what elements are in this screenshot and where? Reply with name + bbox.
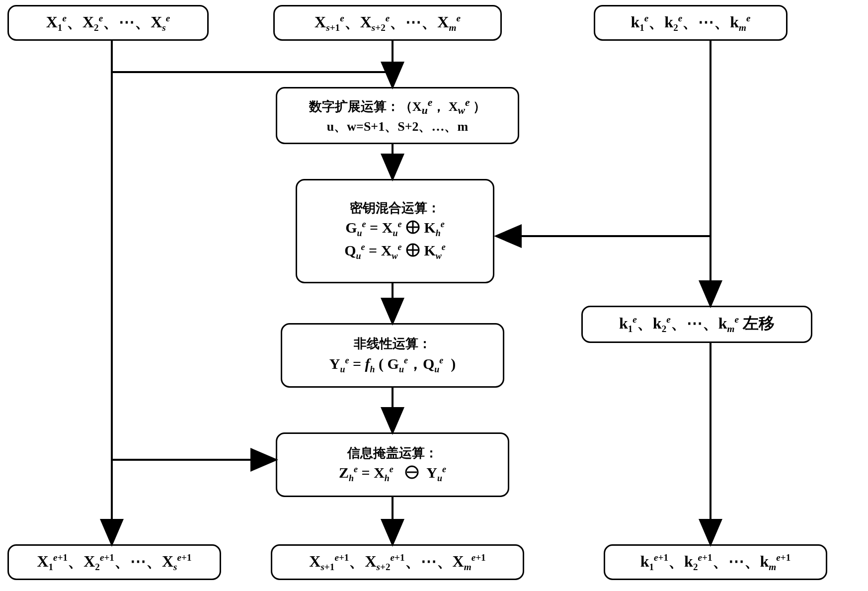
input-mid-text: Xs+1e、Xs+2e、⋯、Xme xyxy=(315,11,461,35)
input-left: X1e、X2e、⋯、Xse xyxy=(7,5,209,41)
xor-icon xyxy=(405,219,420,240)
keymix-line1: Gue = Xue Khe xyxy=(345,217,445,240)
input-right-text: k1e、k2e、⋯、kme xyxy=(631,11,750,35)
mask-title: 信息掩盖运算： xyxy=(347,444,438,462)
output-right: k1e+1、k2e+1、⋯、kme+1 xyxy=(604,544,827,580)
nonlinear-box: 非线性运算： Yue = fh ( Gue，Que ) xyxy=(281,323,504,388)
expand-sub: u、w=S+1、S+2、…、m xyxy=(327,118,468,136)
output-mid: Xs+1e+1、Xs+2e+1、⋯、Xme+1 xyxy=(271,544,524,580)
input-right: k1e、k2e、⋯、kme xyxy=(594,5,788,41)
output-left: X1e+1、X2e+1、⋯、Xse+1 xyxy=(7,544,221,580)
expand-box: 数字扩展运算：（Xue， Xwe ） u、w=S+1、S+2、…、m xyxy=(276,87,519,144)
output-left-text: X1e+1、X2e+1、⋯、Xse+1 xyxy=(37,550,191,574)
keymix-box: 密钥混合运算： Gue = Xue Khe Que = Xwe Kwe xyxy=(296,179,494,283)
input-mid: Xs+1e、Xs+2e、⋯、Xme xyxy=(273,5,502,41)
xor-icon xyxy=(405,242,420,263)
nonlinear-line: Yue = fh ( Gue，Que ) xyxy=(329,353,456,376)
output-mid-text: Xs+1e+1、Xs+2e+1、⋯、Xme+1 xyxy=(309,550,485,574)
expand-title: 数字扩展运算：（Xue， Xwe ） xyxy=(309,95,486,118)
keymix-title: 密钥混合运算： xyxy=(350,199,440,217)
mask-box: 信息掩盖运算： Zhe = Xhe Yue xyxy=(276,432,509,497)
keymix-line2: Que = Xwe Kwe xyxy=(344,240,446,263)
output-right-text: k1e+1、k2e+1、⋯、kme+1 xyxy=(640,550,791,574)
mask-line: Zhe = Xhe Yue xyxy=(339,462,446,485)
shift-box: k1e、k2e、⋯、kme 左移 xyxy=(581,306,812,343)
input-left-text: X1e、X2e、⋯、Xse xyxy=(46,11,170,35)
ominus-icon xyxy=(404,464,419,485)
shift-text: k1e、k2e、⋯、kme 左移 xyxy=(619,312,775,336)
nonlinear-title: 非线性运算： xyxy=(354,335,431,353)
